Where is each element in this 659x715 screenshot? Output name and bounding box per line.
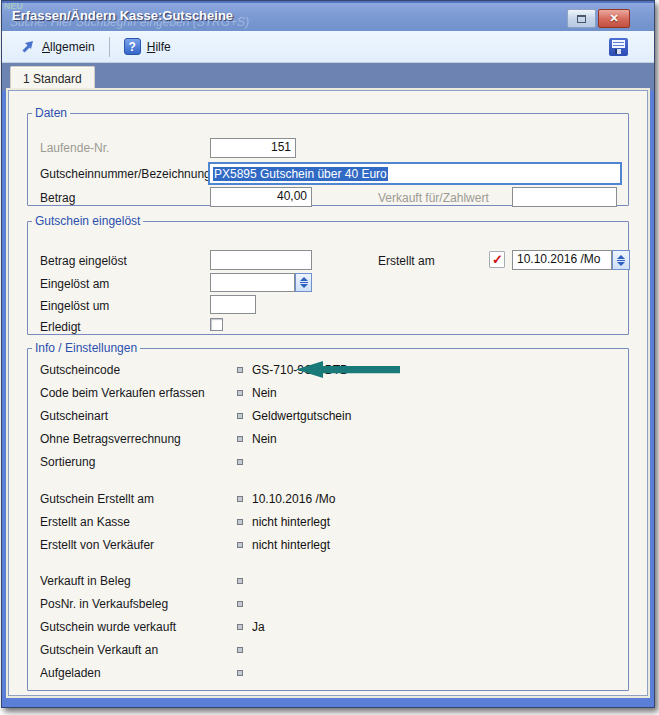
toolbar: Allgemein ? Hilfe [2, 31, 654, 63]
spinner-bar [617, 260, 625, 261]
bullet-icon [237, 519, 243, 525]
info-row-label: Gutschein Verkauft an [40, 643, 237, 658]
info-row: Sortierung [40, 455, 628, 478]
info-row: Aufgeladen [40, 666, 628, 689]
betrag-label: Betrag [40, 191, 75, 205]
info-row: Gutschein Erstellt am 10.10.2016 /Mo [40, 492, 628, 515]
info-row: Verkauft in Beleg [40, 574, 628, 597]
info-row: Gutschein Verkauft an [40, 643, 628, 666]
hilfe-label: Hilfe [147, 40, 171, 54]
floppy-shutter [615, 49, 621, 54]
restore-icon [577, 15, 586, 23]
window-title: Erfassen/Ändern Kasse:Gutscheine [12, 8, 233, 23]
info-row-value: nicht hinterlegt [252, 515, 330, 530]
allgemein-label: Allgemein [42, 40, 95, 54]
info-row: Erstellt an Kasse nicht hinterlegt [40, 515, 628, 538]
tabstrip: 1 Standard [2, 63, 654, 91]
group-daten: Daten Laufende-Nr. 151 Gutscheinnummer/B… [27, 106, 629, 206]
info-row-label: Aufgeladen [40, 666, 237, 681]
info-row-label: Ohne Betragsverrechnung [40, 432, 237, 447]
eingeloest-um-input[interactable] [210, 295, 256, 314]
eingeloest-am-label: Eingelöst am [40, 277, 109, 291]
tab-standard[interactable]: 1 Standard [10, 66, 95, 91]
betrag-eingeloest-input[interactable] [210, 250, 312, 270]
up-right-arrow-icon [20, 39, 36, 55]
dialog-window: NEU Suche: Hier Suchbegriff eingeben (ST… [1, 0, 655, 708]
laufende-nr-input[interactable]: 151 [210, 138, 296, 158]
info-row: PosNr. in Verkaufsbeleg [40, 597, 628, 620]
betrag-input[interactable]: 40,00 [210, 187, 312, 207]
betrag-eingeloest-label: Betrag eingelöst [40, 254, 127, 268]
erstellt-am-label: Erstellt am [378, 254, 435, 268]
close-button[interactable]: ✕ [598, 9, 630, 28]
info-rows: Gutscheincode GS-710-9CA-BTB Code beim V… [28, 363, 628, 689]
info-row: Gutscheincode GS-710-9CA-BTB [40, 363, 628, 386]
verkauft-fuer-input[interactable] [512, 187, 617, 207]
info-spacer [40, 561, 628, 574]
info-row-label: Code beim Verkaufen erfassen [40, 386, 237, 401]
info-row-label: Erstellt an Kasse [40, 515, 237, 530]
group-info: Info / Einstellungen Gutscheincode GS-71… [27, 341, 629, 691]
eingeloest-am-input[interactable] [210, 273, 295, 292]
info-row-label: Erstellt von Verkäufer [40, 538, 237, 553]
toolbar-separator [109, 37, 110, 57]
close-icon: ✕ [609, 12, 618, 25]
info-row-label: Gutscheinart [40, 409, 237, 424]
erledigt-checkbox[interactable] [210, 318, 223, 331]
eingeloest-um-label: Eingelöst um [40, 299, 109, 313]
group-info-legend: Info / Einstellungen [32, 341, 140, 355]
spinner-bar [300, 282, 308, 283]
info-row-value: Nein [252, 432, 277, 447]
selected-text: PX5895 Gutschein über 40 Euro [213, 167, 388, 181]
info-row: Code beim Verkaufen erfassen Nein [40, 386, 628, 409]
save-button[interactable] [609, 38, 628, 56]
bullet-icon [237, 459, 243, 465]
bullet-icon [237, 542, 243, 548]
info-row-label: Verkauft in Beleg [40, 574, 237, 589]
bullet-icon [237, 496, 243, 502]
bullet-icon [237, 624, 243, 630]
info-row-value: Nein [252, 386, 277, 401]
info-row-label: Gutschein wurde verkauft [40, 620, 237, 635]
info-row-label: Gutschein Erstellt am [40, 492, 237, 507]
bullet-icon [237, 578, 243, 584]
date-check-icon[interactable] [489, 251, 505, 268]
help-icon: ? [124, 38, 141, 55]
eingeloest-am-spinner[interactable] [295, 273, 312, 292]
bullet-icon [237, 601, 243, 607]
bullet-icon [237, 647, 243, 653]
info-row: Erstellt von Verkäufer nicht hinterlegt [40, 538, 628, 561]
bullet-icon [237, 436, 243, 442]
info-row-value: 10.10.2016 /Mo [252, 492, 335, 507]
info-row: Gutschein wurde verkauft Ja [40, 620, 628, 643]
spinner-up-icon [300, 277, 308, 281]
info-row: Ohne Betragsverrechnung Nein [40, 432, 628, 455]
info-row: Gutscheinart Geldwertgutschein [40, 409, 628, 432]
info-row-value: Geldwertgutschein [252, 409, 351, 424]
allgemein-button[interactable]: Allgemein [14, 36, 101, 58]
info-row-label: PosNr. in Verkaufsbeleg [40, 597, 237, 612]
hilfe-button[interactable]: ? Hilfe [118, 35, 177, 58]
bullet-icon [237, 670, 243, 676]
info-row-value: Ja [252, 620, 265, 635]
spinner-up-icon [617, 255, 625, 259]
info-row-value: nicht hinterlegt [252, 538, 330, 553]
gutscheinnummer-input[interactable]: PX5895 Gutschein über 40 Euro [208, 162, 622, 185]
laufende-nr-label: Laufende-Nr. [40, 141, 109, 155]
spinner-down-icon [617, 262, 625, 266]
group-eingeloest: Gutschein eingelöst Betrag eingelöst Ein… [27, 214, 629, 335]
group-daten-legend: Daten [32, 106, 70, 120]
floppy-label [612, 40, 625, 48]
bullet-icon [237, 390, 243, 396]
bullet-icon [237, 367, 243, 373]
erstellt-am-spinner[interactable] [612, 250, 630, 270]
info-row-label: Gutscheincode [40, 363, 237, 378]
titlebar[interactable]: NEU Suche: Hier Suchbegriff eingeben (ST… [2, 1, 654, 31]
erstellt-am-input[interactable]: 10.10.2016 /Mo [512, 250, 612, 270]
verkauft-fuer-label: Verkauft für/Zahlwert [378, 191, 489, 205]
client-area: Daten Laufende-Nr. 151 Gutscheinnummer/B… [9, 91, 647, 695]
restore-button[interactable] [567, 9, 596, 28]
bullet-icon [237, 413, 243, 419]
erledigt-label: Erledigt [40, 320, 81, 334]
info-spacer [40, 478, 628, 492]
